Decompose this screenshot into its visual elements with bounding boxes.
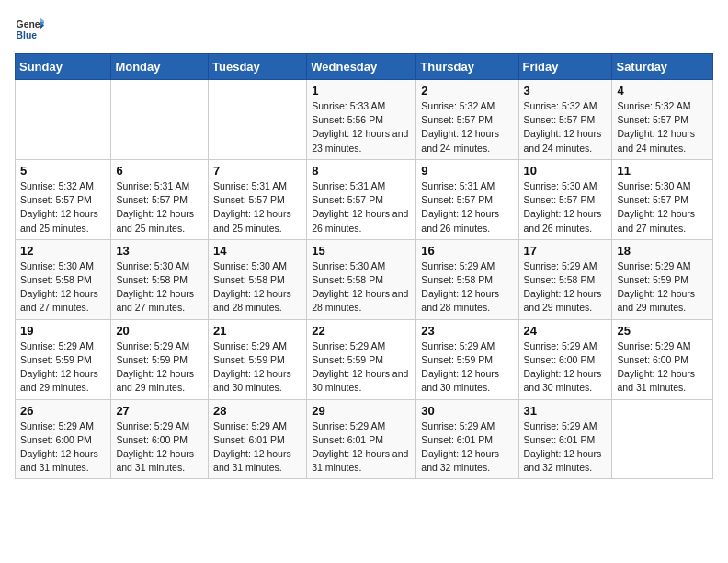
day-info: Sunrise: 5:29 AMSunset: 6:01 PMDaylight:…: [312, 419, 411, 476]
svg-text:Blue: Blue: [17, 30, 38, 40]
weekday-header-friday: Friday: [518, 54, 612, 80]
day-info: Sunrise: 5:29 AMSunset: 6:00 PMDaylight:…: [524, 339, 608, 396]
day-info: Sunrise: 5:31 AMSunset: 5:57 PMDaylight:…: [312, 179, 411, 236]
calendar-cell: 28Sunrise: 5:29 AMSunset: 6:01 PMDayligh…: [209, 399, 307, 479]
day-info: Sunrise: 5:33 AMSunset: 5:56 PMDaylight:…: [312, 99, 411, 155]
calendar-cell: 22Sunrise: 5:29 AMSunset: 5:59 PMDayligh…: [307, 319, 416, 399]
calendar-cell: 23Sunrise: 5:29 AMSunset: 5:59 PMDayligh…: [416, 319, 518, 399]
day-info: Sunrise: 5:29 AMSunset: 5:59 PMDaylight:…: [421, 339, 513, 396]
week-row-5: 26Sunrise: 5:29 AMSunset: 6:00 PMDayligh…: [16, 399, 713, 479]
day-number: 23: [421, 324, 513, 338]
day-info: Sunrise: 5:29 AMSunset: 5:59 PMDaylight:…: [312, 339, 411, 396]
calendar-cell: 1Sunrise: 5:33 AMSunset: 5:56 PMDaylight…: [307, 80, 416, 160]
calendar-cell: 3Sunrise: 5:32 AMSunset: 5:57 PMDaylight…: [518, 80, 612, 160]
day-info: Sunrise: 5:29 AMSunset: 6:01 PMDaylight:…: [213, 419, 301, 476]
day-info: Sunrise: 5:29 AMSunset: 5:59 PMDaylight:…: [116, 339, 203, 396]
logo: General Blue: [15, 15, 44, 44]
day-info: Sunrise: 5:32 AMSunset: 5:57 PMDaylight:…: [421, 99, 513, 155]
day-number: 17: [524, 244, 608, 258]
day-number: 14: [213, 244, 301, 258]
day-number: 11: [617, 164, 708, 178]
day-info: Sunrise: 5:29 AMSunset: 5:59 PMDaylight:…: [20, 339, 106, 396]
calendar-cell: 25Sunrise: 5:29 AMSunset: 6:00 PMDayligh…: [612, 319, 713, 399]
day-number: 29: [312, 404, 411, 418]
day-number: 15: [312, 244, 411, 258]
day-number: 24: [524, 324, 608, 338]
calendar-cell: 16Sunrise: 5:29 AMSunset: 5:58 PMDayligh…: [416, 239, 518, 319]
calendar-cell: 24Sunrise: 5:29 AMSunset: 6:00 PMDayligh…: [518, 319, 612, 399]
day-info: Sunrise: 5:29 AMSunset: 5:58 PMDaylight:…: [524, 259, 608, 316]
calendar-cell: 30Sunrise: 5:29 AMSunset: 6:01 PMDayligh…: [416, 399, 518, 479]
day-number: 4: [617, 84, 708, 98]
day-info: Sunrise: 5:30 AMSunset: 5:57 PMDaylight:…: [617, 179, 708, 236]
week-row-3: 12Sunrise: 5:30 AMSunset: 5:58 PMDayligh…: [16, 239, 713, 319]
calendar-cell: 29Sunrise: 5:29 AMSunset: 6:01 PMDayligh…: [307, 399, 416, 479]
calendar-cell: 31Sunrise: 5:29 AMSunset: 6:01 PMDayligh…: [518, 399, 612, 479]
day-info: Sunrise: 5:30 AMSunset: 5:57 PMDaylight:…: [524, 179, 608, 236]
day-info: Sunrise: 5:31 AMSunset: 5:57 PMDaylight:…: [421, 179, 513, 236]
day-number: 27: [116, 404, 203, 418]
weekday-header-tuesday: Tuesday: [209, 54, 307, 80]
page-header: General Blue: [15, 15, 713, 44]
calendar-cell: 4Sunrise: 5:32 AMSunset: 5:57 PMDaylight…: [612, 80, 713, 160]
day-number: 30: [421, 404, 513, 418]
day-number: 16: [421, 244, 513, 258]
calendar-cell: 18Sunrise: 5:29 AMSunset: 5:59 PMDayligh…: [612, 239, 713, 319]
day-number: 22: [312, 324, 411, 338]
calendar-cell: 8Sunrise: 5:31 AMSunset: 5:57 PMDaylight…: [307, 159, 416, 239]
calendar-cell: 11Sunrise: 5:30 AMSunset: 5:57 PMDayligh…: [612, 159, 713, 239]
week-row-4: 19Sunrise: 5:29 AMSunset: 5:59 PMDayligh…: [16, 319, 713, 399]
calendar-cell: 9Sunrise: 5:31 AMSunset: 5:57 PMDaylight…: [416, 159, 518, 239]
calendar-cell: 15Sunrise: 5:30 AMSunset: 5:58 PMDayligh…: [307, 239, 416, 319]
day-number: 5: [20, 164, 106, 178]
calendar-cell: 20Sunrise: 5:29 AMSunset: 5:59 PMDayligh…: [111, 319, 209, 399]
day-info: Sunrise: 5:32 AMSunset: 5:57 PMDaylight:…: [524, 99, 608, 155]
day-info: Sunrise: 5:30 AMSunset: 5:58 PMDaylight:…: [213, 259, 301, 316]
day-info: Sunrise: 5:29 AMSunset: 5:58 PMDaylight:…: [421, 259, 513, 316]
calendar-table: SundayMondayTuesdayWednesdayThursdayFrid…: [15, 53, 713, 479]
day-info: Sunrise: 5:32 AMSunset: 5:57 PMDaylight:…: [20, 179, 106, 236]
calendar-cell: [111, 80, 209, 160]
day-number: 10: [524, 164, 608, 178]
day-info: Sunrise: 5:30 AMSunset: 5:58 PMDaylight:…: [20, 259, 106, 316]
week-row-1: 1Sunrise: 5:33 AMSunset: 5:56 PMDaylight…: [16, 80, 713, 160]
day-info: Sunrise: 5:29 AMSunset: 6:00 PMDaylight:…: [20, 419, 106, 476]
calendar-cell: 12Sunrise: 5:30 AMSunset: 5:58 PMDayligh…: [16, 239, 111, 319]
day-info: Sunrise: 5:32 AMSunset: 5:57 PMDaylight:…: [617, 99, 708, 155]
calendar-cell: [612, 399, 713, 479]
week-row-2: 5Sunrise: 5:32 AMSunset: 5:57 PMDaylight…: [16, 159, 713, 239]
day-number: 2: [421, 84, 513, 98]
calendar-cell: 2Sunrise: 5:32 AMSunset: 5:57 PMDaylight…: [416, 80, 518, 160]
day-number: 7: [213, 164, 301, 178]
day-info: Sunrise: 5:30 AMSunset: 5:58 PMDaylight:…: [116, 259, 203, 316]
day-number: 9: [421, 164, 513, 178]
weekday-header-monday: Monday: [111, 54, 209, 80]
calendar-cell: 13Sunrise: 5:30 AMSunset: 5:58 PMDayligh…: [111, 239, 209, 319]
day-number: 3: [524, 84, 608, 98]
calendar-cell: 17Sunrise: 5:29 AMSunset: 5:58 PMDayligh…: [518, 239, 612, 319]
day-number: 25: [617, 324, 708, 338]
calendar-cell: 5Sunrise: 5:32 AMSunset: 5:57 PMDaylight…: [16, 159, 111, 239]
day-number: 21: [213, 324, 301, 338]
calendar-cell: 6Sunrise: 5:31 AMSunset: 5:57 PMDaylight…: [111, 159, 209, 239]
calendar-cell: [16, 80, 111, 160]
day-number: 31: [524, 404, 608, 418]
weekday-header-thursday: Thursday: [416, 54, 518, 80]
day-number: 13: [116, 244, 203, 258]
day-number: 1: [312, 84, 411, 98]
calendar-cell: 14Sunrise: 5:30 AMSunset: 5:58 PMDayligh…: [209, 239, 307, 319]
weekday-header-saturday: Saturday: [612, 54, 713, 80]
day-info: Sunrise: 5:31 AMSunset: 5:57 PMDaylight:…: [116, 179, 203, 236]
calendar-cell: 21Sunrise: 5:29 AMSunset: 5:59 PMDayligh…: [209, 319, 307, 399]
day-info: Sunrise: 5:29 AMSunset: 5:59 PMDaylight:…: [617, 259, 708, 316]
weekday-header-wednesday: Wednesday: [307, 54, 416, 80]
day-number: 6: [116, 164, 203, 178]
calendar-cell: 19Sunrise: 5:29 AMSunset: 5:59 PMDayligh…: [16, 319, 111, 399]
day-info: Sunrise: 5:29 AMSunset: 6:00 PMDaylight:…: [617, 339, 708, 396]
day-number: 12: [20, 244, 106, 258]
day-number: 26: [20, 404, 106, 418]
calendar-cell: 26Sunrise: 5:29 AMSunset: 6:00 PMDayligh…: [16, 399, 111, 479]
weekday-header-sunday: Sunday: [16, 54, 111, 80]
calendar-cell: [209, 80, 307, 160]
day-info: Sunrise: 5:29 AMSunset: 6:01 PMDaylight:…: [524, 419, 608, 476]
